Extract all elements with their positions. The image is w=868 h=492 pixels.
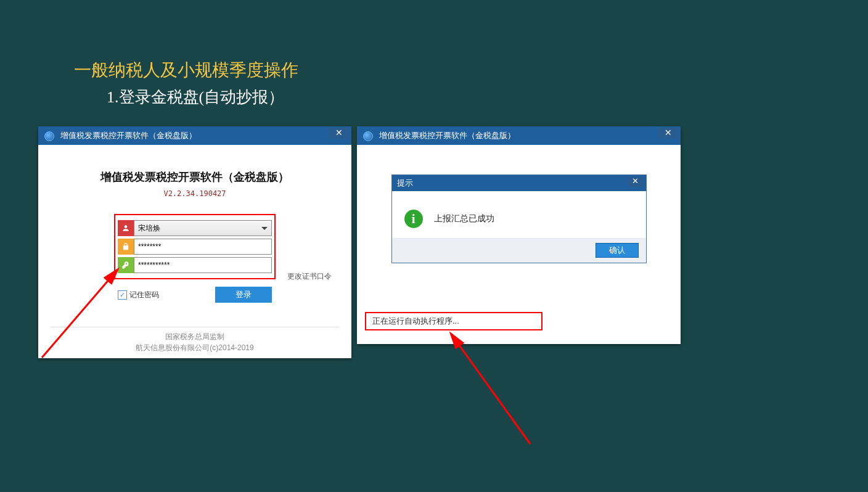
app-logo-icon (44, 131, 54, 141)
cert-input[interactable]: *********** (134, 257, 272, 273)
lock-icon (118, 239, 134, 255)
slide-subtitle: 1.登录金税盘(自动抄报） (107, 86, 284, 108)
titlebar-text: 增值税发票税控开票软件（金税盘版） (60, 131, 197, 140)
login-window: 增值税发票税控开票软件（金税盘版） ✕ 增值税发票税控开票软件（金税盘版） V2… (38, 126, 351, 358)
login-button[interactable]: 登录 (215, 287, 272, 303)
footer-line-1: 国家税务总局监制 (38, 331, 351, 342)
titlebar: 增值税发票税控开票软件（金税盘版） ✕ (357, 126, 681, 145)
dialog-close-button[interactable]: ✕ (628, 177, 644, 187)
remember-checkbox[interactable]: ✓ 记住密码 (118, 290, 159, 300)
svg-line-1 (451, 334, 530, 444)
dialog-title-text: 提示 (397, 178, 413, 187)
status-text: 正在运行自动执行程序... (372, 316, 459, 327)
user-field[interactable]: 宋培焕 (118, 220, 272, 236)
status-window: 增值税发票税控开票软件（金税盘版） ✕ 提示 ✕ i 上报汇总已成功 确认 正在… (357, 126, 681, 344)
titlebar: 增值税发票税控开票软件（金税盘版） ✕ (38, 126, 351, 145)
message-dialog: 提示 ✕ i 上报汇总已成功 确认 (391, 174, 647, 263)
close-button[interactable]: ✕ (329, 128, 349, 139)
footer-line-2: 航天信息股份有限公司(c)2014-2019 (38, 342, 351, 353)
slide-title: 一般纳税人及小规模季度操作 (74, 59, 298, 82)
login-heading: 增值税发票税控开票软件（金税盘版） (51, 170, 339, 184)
cert-field[interactable]: *********** (118, 257, 272, 273)
close-button[interactable]: ✕ (658, 128, 678, 139)
user-select[interactable]: 宋培焕 (134, 220, 272, 236)
app-logo-icon (363, 131, 373, 141)
titlebar-text: 增值税发票税控开票软件（金税盘版） (379, 131, 515, 140)
ok-button[interactable]: 确认 (596, 243, 639, 258)
user-icon (118, 220, 134, 236)
footer: 国家税务总局监制 航天信息股份有限公司(c)2014-2019 (38, 327, 351, 353)
dialog-titlebar: 提示 ✕ (392, 175, 646, 191)
password-field[interactable]: ******** (118, 239, 272, 255)
status-highlight: 正在运行自动执行程序... (365, 312, 542, 330)
password-input[interactable]: ******** (134, 239, 272, 255)
remember-label: 记住密码 (129, 290, 159, 300)
key-icon (118, 257, 134, 273)
dialog-message: 上报汇总已成功 (434, 213, 494, 224)
info-icon: i (404, 210, 423, 228)
change-cert-link[interactable]: 更改证书口令 (287, 271, 332, 282)
credentials-highlight: 宋培焕 ******** *********** (114, 214, 276, 279)
version-label: V2.2.34.190427 (51, 189, 339, 198)
checkbox-icon: ✓ (118, 290, 127, 300)
arrow-annotation-right (444, 327, 542, 450)
